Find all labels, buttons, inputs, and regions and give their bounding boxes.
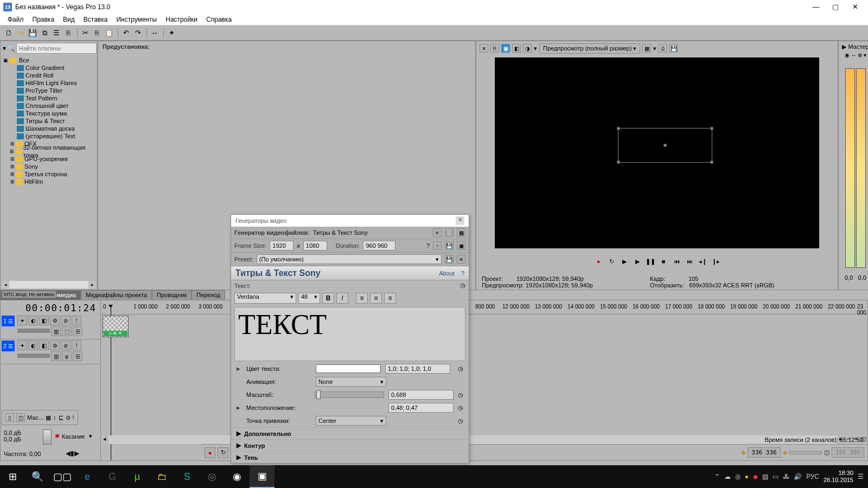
- output-fx-icon[interactable]: ⎘: [490, 44, 499, 53]
- keyframe-icon[interactable]: ◷: [458, 365, 463, 373]
- track-settings-icon[interactable]: ⚙: [50, 341, 60, 350]
- stop-icon[interactable]: ■: [659, 256, 668, 266]
- level-slider[interactable]: [17, 329, 50, 333]
- tree-leaf[interactable]: Титры & Текст: [25, 117, 65, 125]
- help-icon[interactable]: ?: [426, 242, 430, 249]
- text-color-value[interactable]: [385, 364, 450, 374]
- chevron-down-icon[interactable]: ▾: [534, 45, 537, 52]
- tray-expand-icon[interactable]: ⌃: [714, 473, 720, 480]
- automation-icon[interactable]: ✱: [55, 433, 60, 440]
- tray-steam-icon[interactable]: ◎: [735, 473, 741, 480]
- dialog-title[interactable]: Генераторы видео✕: [231, 215, 469, 227]
- text-color-swatch[interactable]: [316, 364, 381, 373]
- mute-icon[interactable]: ⊘: [61, 341, 71, 350]
- open-icon[interactable]: 🗁: [15, 28, 26, 38]
- overlay-icon[interactable]: ▦: [642, 44, 651, 53]
- duration-input[interactable]: [363, 241, 395, 251]
- menu-view[interactable]: Вид: [59, 16, 79, 23]
- expand-icon[interactable]: ⊞: [9, 140, 15, 147]
- keyframe-icon[interactable]: ◷: [458, 404, 463, 412]
- solo-icon[interactable]: !: [72, 316, 81, 325]
- horizontal-scrollbar[interactable]: ◂▸: [2, 281, 96, 288]
- close-panel-icon[interactable]: ✕: [480, 44, 488, 53]
- properties-icon[interactable]: ☰: [51, 28, 62, 38]
- marker-icon[interactable]: ✦: [166, 28, 177, 38]
- track-settings-icon[interactable]: ⚙: [50, 316, 60, 325]
- phase-icon[interactable]: φ: [62, 351, 72, 361]
- video-clip[interactable]: ▷ ⧉ ✕: [103, 316, 129, 337]
- save-icon[interactable]: 💾: [27, 28, 38, 38]
- track-motion-icon[interactable]: ◧: [39, 341, 49, 350]
- chevron-down-icon[interactable]: ▾: [3, 44, 6, 53]
- video-track-header[interactable]: 1 ☰ ✦ ◐ ◧ ⚙ ⊘ ! ▥ ⬚ ☰: [1, 314, 100, 339]
- italic-button[interactable]: I: [336, 293, 348, 304]
- delete-icon[interactable]: ✕: [457, 255, 465, 264]
- tree-leaf[interactable]: Color Gradient: [25, 64, 65, 72]
- text-input-canvas[interactable]: ТЕКСТ: [234, 307, 465, 361]
- anchor-dropdown[interactable]: Center▾: [316, 416, 386, 426]
- about-link[interactable]: About: [439, 270, 455, 277]
- utorrent-icon[interactable]: µ: [125, 465, 150, 488]
- view-list-icon[interactable]: ≡: [433, 228, 442, 237]
- tray-cloud-icon[interactable]: ☁: [724, 473, 731, 480]
- tray-network-icon[interactable]: 🖧: [783, 473, 789, 480]
- mute-icon[interactable]: ⊘: [61, 316, 71, 325]
- preview-canvas[interactable]: [495, 57, 819, 248]
- selection-end[interactable]: 195 395: [832, 447, 864, 458]
- dialog-close-icon[interactable]: ✕: [456, 216, 464, 225]
- tree-leaf[interactable]: HitFilm Light Flares: [25, 79, 77, 87]
- tree-leaf[interactable]: Текстура шума: [25, 110, 67, 117]
- add-preset-icon[interactable]: +: [433, 241, 442, 250]
- tree-folder[interactable]: Третья сторона: [24, 170, 67, 178]
- tree-root[interactable]: Все: [18, 56, 30, 64]
- tree-folder[interactable]: Sony: [24, 163, 38, 170]
- tree-leaf[interactable]: ProType Titler: [25, 87, 62, 94]
- tree-leaf[interactable]: Шахматная доска: [25, 125, 75, 132]
- close-button[interactable]: ✕: [845, 0, 865, 14]
- step-back-icon[interactable]: ◂❙: [698, 256, 707, 266]
- menu-options[interactable]: Настройки: [161, 16, 202, 23]
- tree-leaf[interactable]: Сплошной цвет: [25, 102, 69, 110]
- animation-dropdown[interactable]: None▾: [316, 377, 386, 387]
- expand-icon[interactable]: ▶: [237, 366, 242, 371]
- align-right-button[interactable]: ≡: [384, 293, 396, 304]
- bold-button[interactable]: B: [322, 293, 334, 304]
- go-start-icon[interactable]: ⏮: [672, 256, 681, 266]
- comp-icon[interactable]: ▥: [51, 326, 61, 336]
- plugin-search-input[interactable]: [16, 43, 97, 54]
- expand-icon[interactable]: ⊞: [9, 170, 15, 178]
- frame-width-input[interactable]: [270, 241, 293, 251]
- tree-leaf[interactable]: Credit Roll: [25, 72, 53, 79]
- tree-leaf[interactable]: (устаревшее) Text: [25, 132, 75, 140]
- search-icon[interactable]: 🔍: [25, 465, 50, 488]
- frame-height-input[interactable]: [303, 241, 327, 251]
- track-motion-icon[interactable]: ◧: [39, 316, 49, 325]
- steam-icon[interactable]: ◎: [200, 465, 225, 488]
- master-fader[interactable]: [43, 429, 52, 445]
- keyframe-icon[interactable]: ◷: [458, 418, 463, 425]
- skype-icon[interactable]: S: [175, 465, 200, 488]
- view-tree-icon[interactable]: ⋮⋮: [445, 228, 454, 237]
- timecode-display[interactable]: 00:00:01:24: [1, 300, 100, 314]
- expand-icon[interactable]: ⊞: [9, 178, 15, 185]
- tray-volume-icon[interactable]: 🔊: [794, 473, 802, 480]
- track-fx-icon[interactable]: ✦: [17, 316, 27, 325]
- play-from-start-icon[interactable]: ▶: [633, 256, 642, 266]
- expand-icon[interactable]: ⊞: [9, 155, 15, 163]
- pause-icon[interactable]: ❚❚: [646, 256, 655, 266]
- align-center-button[interactable]: ≡: [370, 293, 382, 304]
- keyframe-icon[interactable]: ◷: [460, 282, 465, 289]
- action-center-icon[interactable]: ☰: [858, 473, 864, 480]
- tab-project-media[interactable]: Медиафайлы проекта: [81, 290, 152, 300]
- tray-lang[interactable]: РУС: [806, 473, 819, 480]
- chevron-down-icon[interactable]: ▾: [653, 45, 656, 52]
- font-dropdown[interactable]: Verdana▾: [234, 293, 296, 304]
- paste-icon[interactable]: 📋: [104, 28, 114, 38]
- keyframe-icon[interactable]: ◷: [458, 391, 463, 399]
- menu-help[interactable]: Справка: [202, 16, 236, 23]
- track-color-icon[interactable]: ◐: [28, 341, 38, 350]
- loop-play-icon[interactable]: ↻: [607, 256, 616, 266]
- step-fwd-icon[interactable]: ❙▸: [711, 256, 720, 266]
- minimize-button[interactable]: —: [806, 0, 826, 14]
- audio-track-header[interactable]: 2 ☰ ✦ ◐ ◧ ⚙ ⊘ ! ▥ φ ☰: [1, 339, 100, 364]
